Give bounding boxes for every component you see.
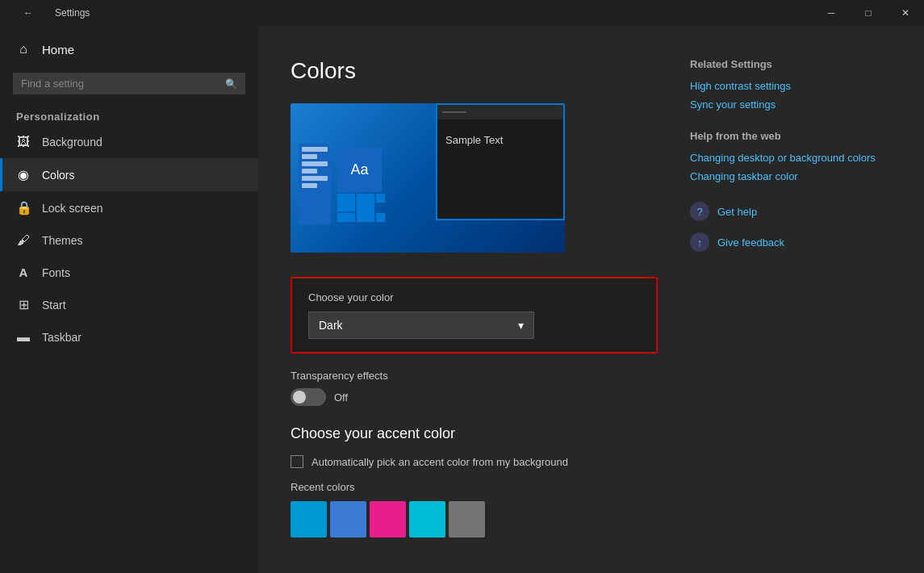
preview-bar-2 <box>302 154 317 159</box>
auto-accent-row: Automatically pick an accent color from … <box>291 455 658 468</box>
preview-bar-6 <box>302 183 317 188</box>
sidebar-item-background[interactable]: 🖼 Background <box>0 126 258 158</box>
swatch-4[interactable] <box>449 501 485 537</box>
preview-inner: Aa <box>291 103 565 253</box>
title-bar-title: Settings <box>55 7 90 19</box>
swatch-0[interactable] <box>291 501 327 537</box>
changing-taskbar-link[interactable]: Changing taskbar color <box>690 170 892 182</box>
sidebar-item-start-label: Start <box>42 299 66 312</box>
preview-bar-4 <box>302 169 317 174</box>
minimize-button[interactable]: ─ <box>813 0 850 26</box>
sidebar-item-lock-screen-label: Lock screen <box>42 202 102 215</box>
page-title: Colors <box>291 58 658 84</box>
preview-aa-box: Aa <box>337 148 382 192</box>
chevron-down-icon: ▾ <box>518 319 524 332</box>
swatch-3[interactable] <box>409 501 445 537</box>
back-button[interactable]: ← <box>10 0 47 26</box>
preview-sidebar <box>299 144 331 224</box>
preview-window-titlebar <box>437 105 563 119</box>
high-contrast-link[interactable]: High contrast settings <box>690 80 892 92</box>
changing-desktop-link[interactable]: Changing desktop or background colors <box>690 152 892 164</box>
fonts-icon: A <box>16 266 31 279</box>
transparency-setting: Transparency effects Off <box>291 370 658 406</box>
right-panel: Related Settings High contrast settings … <box>690 58 892 557</box>
taskbar-icon: ▬ <box>16 330 31 345</box>
give-feedback-icon: ↑ <box>690 232 709 252</box>
preview-aa-label: Aa <box>350 161 368 178</box>
lock-icon: 🔒 <box>16 200 31 215</box>
preview-box: Aa <box>291 103 565 253</box>
sidebar-item-taskbar[interactable]: ▬ Taskbar <box>0 321 258 353</box>
sidebar-item-background-label: Background <box>42 136 102 148</box>
color-dropdown-value: Dark <box>319 319 343 332</box>
choose-color-section: Choose your color Dark ▾ <box>291 277 658 353</box>
sidebar-item-taskbar-label: Taskbar <box>42 331 82 344</box>
auto-accent-label: Automatically pick an accent color from … <box>311 456 568 468</box>
swatch-2[interactable] <box>370 501 406 537</box>
preview-tiles <box>337 194 385 222</box>
app-body: ⌂ Home 🔍 Personalization 🖼 Background ◉ … <box>0 26 924 573</box>
sidebar-item-lock-screen[interactable]: 🔒 Lock screen <box>0 191 258 224</box>
close-button[interactable]: ✕ <box>887 0 924 26</box>
sidebar-item-fonts-label: Fonts <box>42 266 70 279</box>
toggle-row: Off <box>291 388 658 406</box>
title-bar-left: ← Settings <box>10 0 90 26</box>
background-icon: 🖼 <box>16 135 31 149</box>
sidebar-item-start[interactable]: ⊞ Start <box>0 288 258 321</box>
preview-tile-5 <box>376 213 385 222</box>
themes-icon: 🖌 <box>16 233 31 248</box>
color-dropdown[interactable]: Dark ▾ <box>308 312 534 339</box>
sidebar-item-themes[interactable]: 🖌 Themes <box>0 224 258 257</box>
give-feedback-label: Give feedback <box>717 236 784 249</box>
start-icon: ⊞ <box>16 297 31 312</box>
preview-tile-3 <box>376 194 385 203</box>
main-content: Colors Aa <box>258 26 924 573</box>
get-help-label: Get help <box>717 206 757 218</box>
get-help-item[interactable]: ? Get help <box>690 202 892 221</box>
get-help-icon: ? <box>690 202 709 221</box>
home-icon: ⌂ <box>16 42 31 56</box>
search-icon: 🔍 <box>225 78 237 90</box>
accent-color-section: Choose your accent color Automatically p… <box>291 425 658 537</box>
sidebar-item-colors[interactable]: ◉ Colors <box>0 158 258 191</box>
preview-bar-1 <box>302 147 328 152</box>
sidebar-home-label: Home <box>42 43 74 56</box>
sidebar-item-fonts[interactable]: A Fonts <box>0 257 258 288</box>
preview-dark-window: Sample Text <box>436 103 565 220</box>
preview-bar-3 <box>302 161 328 166</box>
swatch-1[interactable] <box>330 501 366 537</box>
sidebar-search-container: 🔍 <box>13 73 245 94</box>
preview-window-content: Sample Text <box>437 119 563 160</box>
choose-color-label: Choose your color <box>308 291 640 303</box>
transparency-label: Transparency effects <box>291 370 658 382</box>
preview-bar-5 <box>302 176 328 181</box>
content-area: Colors Aa <box>291 58 658 557</box>
sync-settings-link[interactable]: Sync your settings <box>690 98 892 111</box>
help-from-web-title: Help from the web <box>690 130 892 142</box>
sidebar-item-colors-label: Colors <box>42 169 74 182</box>
title-bar-controls: ─ □ ✕ <box>813 0 924 26</box>
help-actions: ? Get help ↑ Give feedback <box>690 202 892 252</box>
auto-accent-checkbox[interactable] <box>291 455 303 468</box>
color-swatches <box>291 501 658 537</box>
accent-color-title: Choose your accent color <box>291 425 658 442</box>
preview-tile-4 <box>337 213 355 222</box>
sidebar-item-themes-label: Themes <box>42 234 83 247</box>
preview-tile-2 <box>357 194 374 222</box>
recent-colors-label: Recent colors <box>291 481 658 493</box>
sidebar-section-title: Personalization <box>0 104 258 126</box>
sidebar: ⌂ Home 🔍 Personalization 🖼 Background ◉ … <box>0 26 258 573</box>
preview-sample-text: Sample Text <box>445 134 503 146</box>
transparency-state: Off <box>334 391 348 404</box>
related-settings-title: Related Settings <box>690 58 892 70</box>
give-feedback-item[interactable]: ↑ Give feedback <box>690 232 892 252</box>
transparency-toggle[interactable] <box>291 388 326 406</box>
search-input[interactable] <box>21 77 225 90</box>
preview-title-bar-line <box>442 111 466 113</box>
title-bar: ← Settings ─ □ ✕ <box>0 0 924 26</box>
colors-icon: ◉ <box>16 167 31 182</box>
sidebar-home[interactable]: ⌂ Home <box>0 32 258 66</box>
maximize-button[interactable]: □ <box>850 0 887 26</box>
preview-tile-1 <box>337 194 355 211</box>
